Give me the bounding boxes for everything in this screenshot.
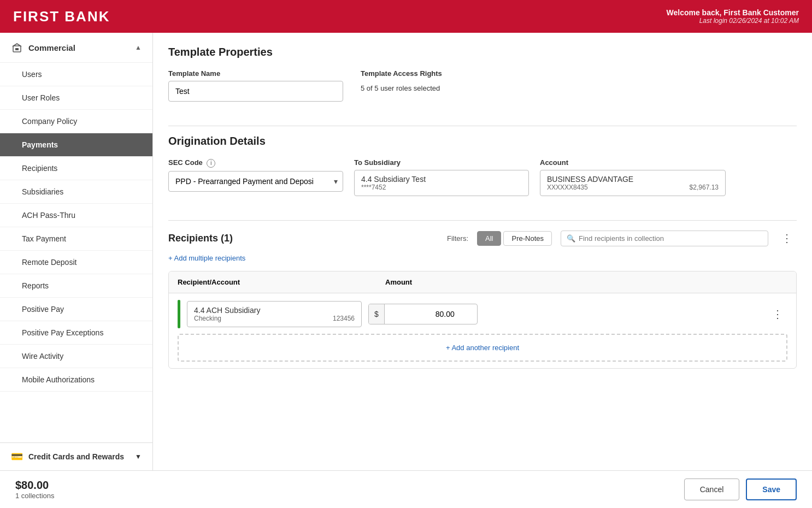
- recipient-account-number: 123456: [333, 315, 355, 322]
- sidebar-item-subsidiaries[interactable]: Subsidiaries: [0, 180, 152, 204]
- recipient-account-type: Checking: [194, 315, 221, 322]
- access-rights-group: Template Access Rights 5 of 5 user roles…: [361, 69, 442, 92]
- col-header-amount: Amount: [385, 278, 412, 286]
- search-icon: 🔍: [567, 234, 575, 243]
- filter-all-button[interactable]: All: [477, 231, 501, 246]
- add-another-recipient-button[interactable]: + Add another recipient: [178, 334, 787, 362]
- sidebar-item-remote-deposit[interactable]: Remote Deposit: [0, 251, 152, 274]
- to-subsidiary-label: To Subsidiary: [354, 158, 529, 167]
- recipients-section: Recipients (1) Filters: All Pre-Notes 🔍 …: [168, 229, 797, 369]
- sec-code-label: SEC Code i: [168, 158, 343, 168]
- col-header-recipient: Recipient/Account: [178, 278, 385, 286]
- account-number: XXXXXX8435: [547, 184, 588, 191]
- table-body: 4.4 ACH Subsidiary Checking 123456 $ ⋮: [169, 293, 796, 368]
- footer-actions: Cancel Save: [684, 479, 797, 500]
- footer-collections-label: 1 collections: [15, 492, 55, 500]
- amount-box: $: [368, 304, 478, 324]
- account-group: Account BUSINESS ADVANTAGE XXXXXX8435 $2…: [540, 158, 726, 196]
- credit-card-icon: 💳: [11, 451, 23, 463]
- app-header: FIRST BANK Welcome back, First Bank Cust…: [0, 0, 812, 33]
- amount-input[interactable]: [385, 304, 461, 324]
- sec-code-group: SEC Code i PPD - Prearranged Payment and…: [168, 158, 343, 192]
- filter-buttons: All Pre-Notes: [477, 231, 552, 246]
- origination-details-section: Origination Details SEC Code i PPD - Pre…: [168, 135, 797, 196]
- sec-code-select[interactable]: PPD - Prearranged Payment and Deposi: [168, 171, 343, 192]
- sidebar-item-tax-payment[interactable]: Tax Payment: [0, 227, 152, 251]
- sidebar-item-company-policy[interactable]: Company Policy: [0, 110, 152, 133]
- sidebar-credit-cards[interactable]: 💳 Credit Cards and Rewards ▼: [0, 442, 152, 470]
- template-name-label: Template Name: [168, 69, 343, 78]
- subsidiary-acct: ****7452: [361, 184, 522, 191]
- building-icon: [11, 42, 23, 54]
- recipients-header: Recipients (1) Filters: All Pre-Notes 🔍 …: [168, 229, 797, 247]
- sidebar-chevron-icon: ▲: [135, 44, 142, 51]
- sidebar-item-recipients[interactable]: Recipients: [0, 157, 152, 180]
- welcome-message: Welcome back, First Bank Customer Last l…: [667, 8, 799, 25]
- sidebar-item-positive-pay[interactable]: Positive Pay: [0, 298, 152, 321]
- account-name: BUSINESS ADVANTAGE: [547, 175, 719, 184]
- table-row: 4.4 ACH Subsidiary Checking 123456 $ ⋮: [178, 300, 787, 328]
- subsidiary-name: 4.4 Subsidiary Test: [361, 175, 522, 184]
- sidebar-item-wire-activity[interactable]: Wire Activity: [0, 345, 152, 368]
- svg-rect-1: [15, 48, 17, 50]
- template-name-group: Template Name: [168, 69, 343, 102]
- welcome-name: Welcome back, First Bank Customer: [667, 8, 799, 17]
- footer-total-amount: $80.00: [15, 479, 55, 492]
- access-rights-value: 5 of 5 user roles selected: [361, 84, 442, 92]
- sec-code-select-wrapper: PPD - Prearranged Payment and Deposi ▾: [168, 171, 343, 192]
- sidebar-commercial-label: Commercial: [28, 43, 75, 52]
- green-status-bar: [178, 300, 180, 328]
- sidebar-item-mobile-authorizations[interactable]: Mobile Authorizations: [0, 368, 152, 392]
- sidebar: Commercial ▲ Users User Roles Company Po…: [0, 33, 153, 470]
- logo: FIRST BANK: [13, 8, 110, 25]
- footer: $80.00 1 collections Cancel Save: [0, 470, 812, 508]
- filters-label: Filters:: [447, 234, 468, 243]
- recipient-search-box: 🔍: [561, 231, 768, 246]
- template-name-input[interactable]: [168, 81, 343, 102]
- recipient-info-box[interactable]: 4.4 ACH Subsidiary Checking 123456: [187, 301, 362, 327]
- sec-code-info-icon: i: [207, 159, 215, 168]
- sidebar-section-commercial[interactable]: Commercial ▲: [0, 33, 152, 63]
- sidebar-item-payments[interactable]: Payments: [0, 133, 152, 157]
- add-multiple-recipients-link[interactable]: + Add multiple recipients: [168, 254, 245, 262]
- sidebar-item-positive-pay-exceptions[interactable]: Positive Pay Exceptions: [0, 321, 152, 345]
- template-properties-title: Template Properties: [168, 46, 797, 58]
- subsidiary-box[interactable]: 4.4 Subsidiary Test ****7452: [354, 170, 529, 196]
- main-content: Template Properties Template Name Templa…: [153, 33, 812, 470]
- chevron-down-icon: ▼: [135, 453, 142, 460]
- sidebar-item-reports[interactable]: Reports: [0, 274, 152, 298]
- to-subsidiary-group: To Subsidiary 4.4 Subsidiary Test ****74…: [354, 158, 529, 196]
- sidebar-item-users[interactable]: Users: [0, 63, 152, 86]
- access-rights-label: Template Access Rights: [361, 69, 442, 78]
- origination-details-title: Origination Details: [168, 135, 797, 147]
- recipient-search-input[interactable]: [579, 234, 762, 243]
- account-label: Account: [540, 158, 726, 167]
- table-header: Recipient/Account Amount: [169, 271, 796, 293]
- sidebar-credit-cards-label: Credit Cards and Rewards: [28, 452, 124, 461]
- last-login: Last login 02/26/2024 at 10:02 AM: [667, 17, 799, 25]
- recipients-title: Recipients (1): [168, 233, 233, 244]
- footer-total: $80.00 1 collections: [15, 479, 55, 500]
- cancel-button[interactable]: Cancel: [684, 479, 740, 500]
- account-box[interactable]: BUSINESS ADVANTAGE XXXXXX8435 $2,967.13: [540, 170, 726, 196]
- more-options-icon[interactable]: ⋮: [777, 229, 797, 247]
- save-button[interactable]: Save: [746, 479, 797, 500]
- row-more-icon[interactable]: ⋮: [768, 305, 787, 323]
- sidebar-item-ach-pass-thru[interactable]: ACH Pass-Thru: [0, 204, 152, 227]
- filter-prenotes-button[interactable]: Pre-Notes: [503, 231, 552, 246]
- recipients-table: Recipient/Account Amount 4.4 ACH Subsidi…: [168, 271, 797, 369]
- svg-rect-2: [17, 48, 19, 50]
- template-properties-section: Template Properties Template Name Templa…: [168, 46, 797, 102]
- recipient-name: 4.4 ACH Subsidiary: [194, 306, 355, 315]
- dollar-sign: $: [369, 304, 385, 324]
- account-balance: $2,967.13: [690, 184, 719, 191]
- sidebar-item-user-roles[interactable]: User Roles: [0, 86, 152, 110]
